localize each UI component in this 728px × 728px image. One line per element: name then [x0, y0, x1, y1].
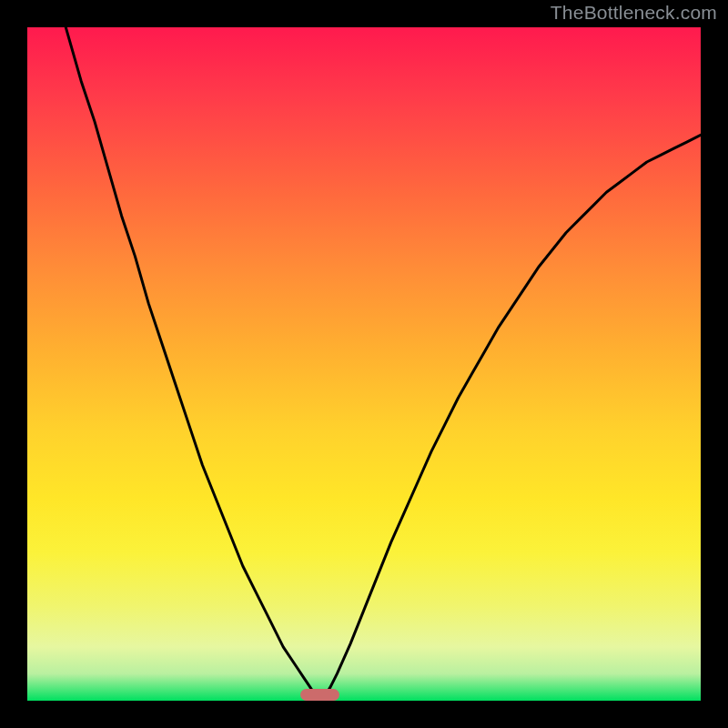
chart-frame: TheBottleneck.com: [0, 0, 728, 728]
watermark-label: TheBottleneck.com: [551, 2, 717, 24]
bottleneck-curve: [27, 27, 701, 701]
optimal-marker: [300, 689, 339, 701]
plot-area: [27, 27, 701, 701]
